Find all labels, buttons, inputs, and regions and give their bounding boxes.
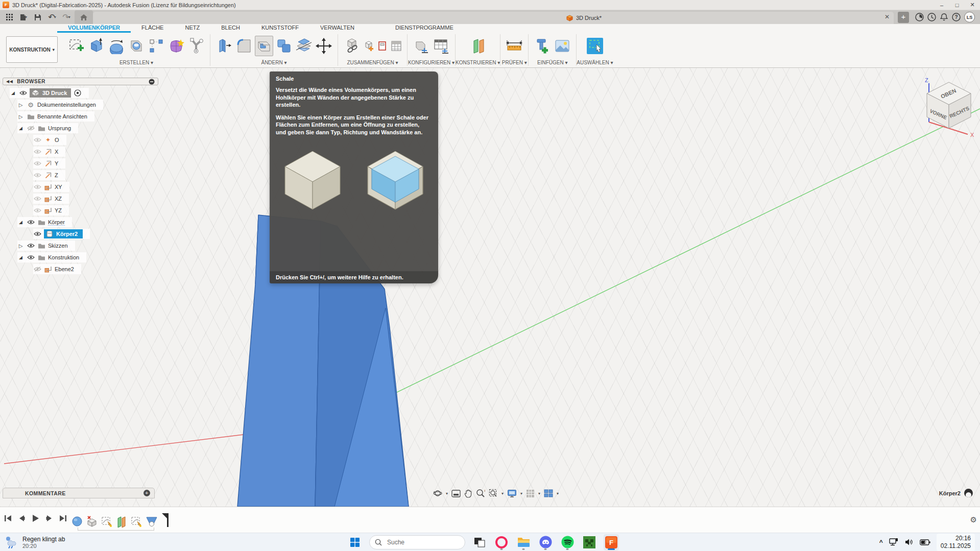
opera-gx-icon[interactable]: [494, 534, 509, 550]
create-form-icon[interactable]: [167, 36, 185, 56]
spotify-icon[interactable]: [560, 534, 575, 550]
task-view-button[interactable]: [472, 534, 487, 550]
browser-item-konstruktion[interactable]: ◢ Konstruktion: [17, 252, 86, 262]
system-clock[interactable]: 20:16 02.11.2025: [937, 534, 975, 551]
eye-dim-icon[interactable]: [33, 137, 41, 142]
expand-closed-icon[interactable]: ▷: [17, 114, 24, 119]
split-body-icon[interactable]: [295, 36, 313, 56]
home-tab-button[interactable]: [75, 10, 93, 24]
eye-dim-icon[interactable]: [33, 161, 41, 166]
chevron-down-icon[interactable]: ▾: [538, 491, 540, 496]
minimize-button[interactable]: –: [934, 2, 949, 8]
chevron-down-icon[interactable]: ▾: [520, 491, 522, 496]
browser-header[interactable]: ◀◀ BROWSER: [3, 78, 158, 85]
play-icon[interactable]: [32, 514, 39, 522]
expand-open-icon[interactable]: ◢: [17, 220, 24, 225]
user-avatar[interactable]: LS: [964, 12, 975, 22]
press-pull-icon[interactable]: [215, 36, 233, 56]
eye-dim-icon[interactable]: [33, 196, 41, 201]
browser-mini-avatar-icon[interactable]: [964, 489, 973, 497]
chevron-down-icon[interactable]: ▾: [446, 491, 448, 496]
collapse-panel-icon[interactable]: ◀◀: [6, 79, 13, 84]
root-selected[interactable]: 3D Druck: [30, 88, 71, 98]
look-at-icon[interactable]: [451, 490, 461, 497]
tab-netz[interactable]: NETZ: [174, 24, 210, 33]
display-mode-icon[interactable]: [149, 79, 155, 85]
browser-item-dokumenteinstellungen[interactable]: ▷ ⚙ Dokumenteinstellungen: [17, 100, 103, 110]
step-forward-icon[interactable]: [46, 515, 53, 522]
eye-dim-icon[interactable]: [33, 184, 41, 189]
tab-dienstprogramme[interactable]: DIENSTPROGRAMME: [385, 24, 464, 33]
shell-icon[interactable]: [255, 36, 273, 56]
body-selected[interactable]: Körper2: [44, 229, 83, 238]
step-back-icon[interactable]: [18, 515, 25, 522]
eye-dim-icon[interactable]: [33, 208, 41, 213]
chevron-down-icon[interactable]: ▾: [557, 491, 559, 496]
eye-icon[interactable]: [27, 243, 35, 248]
expand-closed-icon[interactable]: ▷: [17, 102, 24, 108]
help-icon[interactable]: ?: [950, 11, 962, 23]
browser-item-z[interactable]: Z: [33, 170, 65, 180]
go-to-start-icon[interactable]: [4, 515, 12, 522]
konstruktion-dropdown-button[interactable]: KONSTRUKTION▾: [6, 36, 58, 63]
group-label-erstellen[interactable]: ERSTELLEN ▾: [119, 60, 153, 65]
undo-button[interactable]: ↶▾: [46, 12, 58, 23]
group-label-konstruieren[interactable]: KONSTRUIEREN ▾: [456, 60, 500, 65]
fit-icon[interactable]: [489, 489, 498, 498]
tab-volumenkoerper[interactable]: VOLUMENKÖRPER: [57, 24, 131, 33]
rigid-group-icon[interactable]: [376, 36, 389, 56]
weather-widget[interactable]: Regen klingt ab 20:20: [0, 536, 128, 549]
job-status-icon[interactable]: [913, 11, 925, 23]
browser-item-o[interactable]: ✦ O: [33, 135, 66, 145]
go-to-end-icon[interactable]: [59, 515, 67, 522]
expand-closed-icon[interactable]: ▷: [17, 243, 24, 249]
new-tab-button[interactable]: +: [898, 12, 909, 23]
create-sketch-icon[interactable]: [67, 36, 86, 56]
move-icon[interactable]: [315, 36, 333, 56]
close-button[interactable]: ✕: [965, 2, 980, 8]
recent-clock-icon[interactable]: [925, 11, 938, 23]
revolve-icon[interactable]: [107, 36, 126, 56]
zoom-icon[interactable]: ±: [476, 489, 485, 498]
eye-icon[interactable]: [33, 231, 41, 236]
activate-radio-icon[interactable]: [74, 89, 82, 97]
browser-item-x[interactable]: X: [33, 147, 65, 157]
offset-plane-icon[interactable]: [469, 36, 487, 56]
chevron-down-icon[interactable]: ▾: [501, 491, 504, 496]
group-label-zusammenfuegen[interactable]: ZUSAMMENFÜGEN ▾: [347, 60, 398, 65]
eye-dim-icon[interactable]: [33, 173, 41, 178]
network-icon[interactable]: [889, 538, 899, 546]
settings-gear-icon[interactable]: ⚙: [970, 515, 977, 524]
configuration-table-icon[interactable]: [432, 36, 450, 56]
group-label-konfigurieren[interactable]: KONFIGURIEREN ▾: [408, 60, 455, 65]
joint-table-icon[interactable]: [390, 36, 402, 56]
browser-item-ebene2[interactable]: Ebene2: [33, 264, 81, 274]
browser-item-y[interactable]: Y: [33, 158, 65, 169]
start-button[interactable]: [347, 534, 363, 550]
eye-icon[interactable]: [27, 220, 35, 225]
group-label-einfuegen[interactable]: EINFÜGEN ▾: [537, 60, 567, 65]
comments-panel[interactable]: KOMMENTARE +: [3, 488, 155, 498]
hole-icon[interactable]: [127, 36, 146, 56]
maximize-button[interactable]: □: [949, 2, 965, 8]
insert-image-icon[interactable]: [553, 36, 571, 56]
display-settings-icon[interactable]: [507, 489, 517, 497]
browser-item-ursprung[interactable]: ◢ Ursprung: [17, 123, 78, 133]
insert-fastener-icon[interactable]: [533, 36, 552, 56]
eye-icon[interactable]: [19, 90, 27, 95]
expand-open-icon[interactable]: ◢: [17, 126, 24, 131]
hidden-icons-chevron[interactable]: ^: [879, 539, 883, 546]
eye-off-icon[interactable]: [27, 126, 35, 131]
eye-icon[interactable]: [27, 255, 35, 260]
eye-dim-icon[interactable]: [33, 149, 41, 154]
fusion-taskbar-icon[interactable]: F: [604, 534, 619, 550]
browser-item-xz[interactable]: XZ: [33, 194, 69, 204]
tab-flaeche[interactable]: FLÄCHE: [131, 24, 174, 33]
configure-component-icon[interactable]: [412, 36, 431, 56]
eye-off-icon[interactable]: [33, 267, 41, 272]
browser-item-3d-druck[interactable]: ◢ 3D Druck: [10, 88, 89, 98]
search-input[interactable]: [369, 535, 465, 549]
pipe-icon[interactable]: [187, 36, 205, 56]
timeline-marker[interactable]: [161, 512, 170, 528]
group-label-aendern[interactable]: ÄNDERN ▾: [261, 60, 286, 65]
